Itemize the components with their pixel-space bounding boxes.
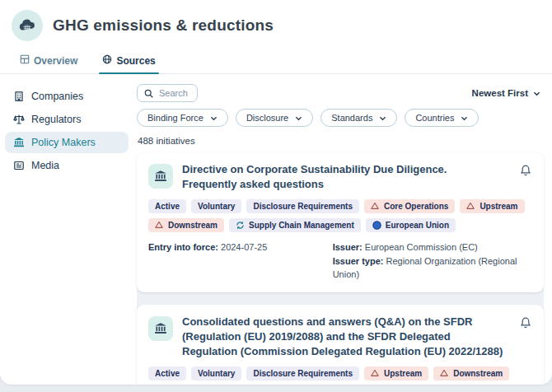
bell-icon[interactable] [519,316,532,329]
tag-voluntary[interactable]: Voluntary [191,199,241,213]
tag-label: Disclosure Requirements [253,370,353,378]
warning-triangle-icon [440,369,449,378]
sort-label: Newest First [472,88,528,98]
filter-bar: Binding Force Disclosure Standards [137,109,544,127]
tag-label: Downstream [453,370,503,378]
bell-icon[interactable] [519,164,532,177]
tag-list: ActiveVoluntaryDisclosure RequirementsCo… [148,199,532,232]
issuer-value: European Commission (EC) [365,242,478,252]
issuer-type-label: Issuer type: [333,256,384,266]
results-count: 488 initiatives [138,136,544,146]
tag-label: Downstream [168,222,218,230]
globe-icon [102,54,112,67]
issuer-type: Issuer type: Regional Organization (Regi… [333,254,532,282]
content-area: Newest First Binding Force Disc [132,74,552,385]
tag-disclosure-requirements[interactable]: Disclosure Requirements [246,199,359,213]
chevron-down-icon [295,114,302,122]
bank-icon [13,137,25,148]
filter-label: Countries [415,113,454,123]
tag-label: Active [155,203,180,211]
tag-downstream[interactable]: Downstream [148,218,224,232]
sidebar-item-policy-makers[interactable]: Policy Makers [5,132,129,153]
sidebar-item-media[interactable]: Media [5,155,129,176]
warning-triangle-icon [371,369,380,378]
sidebar: Companies Regulators Pol [0,74,132,178]
page-header: GHG emissions & reductions [0,0,552,44]
tag-core-operations[interactable]: Core Operations [364,199,455,213]
tab-overview[interactable]: Overview [18,51,79,73]
scales-icon [13,114,25,125]
filter-standards[interactable]: Standards [320,109,397,127]
filter-disclosure[interactable]: Disclosure [236,109,313,127]
tab-overview-label: Overview [34,55,77,67]
chevron-down-icon [210,114,218,122]
search-input[interactable] [157,87,190,99]
tag-label: Upstream [384,370,422,378]
search-box[interactable] [137,84,198,102]
tag-label: Disclosure Requirements [253,203,353,211]
sidebar-item-label: Policy Makers [31,137,96,148]
warning-triangle-icon [371,202,380,211]
initiative-title[interactable]: Directive on Corporate Sustainability Du… [182,162,510,192]
issuer: Issuer: European Commission (EC) [333,240,532,254]
tag-downstream[interactable]: Downstream [433,366,509,380]
tag-disclosure-requirements[interactable]: Disclosure Requirements [246,366,359,380]
bank-icon [148,164,173,189]
ghg-cloud-logo-icon [12,10,43,41]
tag-upstream[interactable]: Upstream [460,199,524,213]
initiative-list: Directive on Corporate Sustainability Du… [137,152,544,385]
tag-label: Supply Chain Management [249,222,354,230]
eu-circle-icon [372,221,381,230]
app-window: GHG emissions & reductions Overview Sour… [0,0,552,385]
warning-triangle-icon [155,221,164,230]
chevron-down-icon [379,114,386,122]
tab-sources-label: Sources [116,55,155,67]
tag-label: European Union [386,222,449,230]
newspaper-icon [13,160,25,171]
tab-bar: Overview Sources [0,44,552,74]
sidebar-item-label: Regulators [31,114,81,125]
filter-countries[interactable]: Countries [405,109,479,127]
tag-label: Upstream [479,203,517,211]
search-icon [144,89,153,98]
issuer-label: Issuer: [333,242,363,252]
entry-value: 2024-07-25 [221,242,267,252]
chevron-down-icon [533,90,540,97]
sort-dropdown[interactable]: Newest First [472,88,544,98]
sidebar-item-companies[interactable]: Companies [5,86,129,107]
grid-icon [20,54,30,67]
sidebar-item-label: Media [31,160,59,171]
tag-active[interactable]: Active [148,199,186,213]
tag-european-union[interactable]: European Union [366,218,456,232]
initiative-title[interactable]: Consolidated questions and answers (Q&A)… [182,315,510,360]
building-icon [13,91,25,102]
tag-label: Voluntary [198,370,235,378]
filter-label: Disclosure [246,113,288,123]
tag-voluntary[interactable]: Voluntary [191,366,241,380]
tag-label: Active [155,370,180,378]
tag-supply-chain-management[interactable]: Supply Chain Management [229,218,361,232]
initiative-card[interactable]: Consolidated questions and answers (Q&A)… [137,305,544,385]
tag-label: Voluntary [198,203,235,211]
toolbar: Newest First [137,84,544,102]
entry-label: Entry into force: [148,242,218,252]
page-title: GHG emissions & reductions [53,16,274,35]
sidebar-item-label: Companies [31,91,83,102]
filter-label: Standards [331,113,372,123]
tag-label: Core Operations [384,203,448,211]
filter-label: Binding Force [147,113,203,123]
warning-triangle-icon [466,202,475,211]
tag-active[interactable]: Active [148,366,186,380]
chevron-down-icon [461,114,468,122]
tab-sources[interactable]: Sources [101,51,157,73]
entry-into-force: Entry into force: 2024-07-25 [148,240,333,282]
filter-binding-force[interactable]: Binding Force [137,109,228,127]
tag-list: ActiveVoluntaryDisclosure RequirementsUp… [148,366,532,385]
sidebar-item-regulators[interactable]: Regulators [5,109,129,130]
bank-icon [148,316,173,341]
initiative-card[interactable]: Directive on Corporate Sustainability Du… [137,152,544,292]
tag-upstream[interactable]: Upstream [364,366,428,380]
supply-chain-icon [236,221,245,230]
